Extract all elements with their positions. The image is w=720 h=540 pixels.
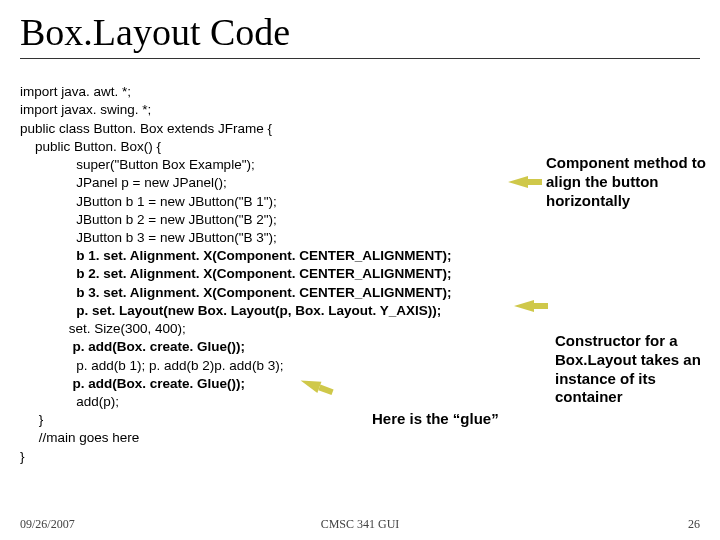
code-line: super("Button Box Example"); bbox=[20, 157, 255, 172]
code-line: p. set. Layout(new Box. Layout(p, Box. L… bbox=[20, 303, 441, 318]
code-line: p. add(Box. create. Glue()); bbox=[20, 376, 245, 391]
code-line: p. add(Box. create. Glue()); bbox=[20, 339, 245, 354]
code-line: JButton b 2 = new JButton("B 2"); bbox=[20, 212, 277, 227]
code-line: b 2. set. Alignment. X(Component. CENTER… bbox=[20, 266, 452, 281]
arrow-icon bbox=[508, 176, 528, 188]
annotation-constructor: Constructor for a Box.Layout takes an in… bbox=[555, 332, 715, 407]
code-line: public class Button. Box extends JFrame … bbox=[20, 121, 272, 136]
code-line: } bbox=[20, 449, 25, 464]
code-line: add(p); bbox=[20, 394, 119, 409]
slide-title: Box.Layout Code bbox=[20, 10, 700, 59]
code-line: set. Size(300, 400); bbox=[20, 321, 186, 336]
code-block: import java. awt. *; import javax. swing… bbox=[20, 65, 700, 484]
code-line: JButton b 3 = new JButton("B 3"); bbox=[20, 230, 277, 245]
slide-footer: 09/26/2007 CMSC 341 GUI 26 bbox=[20, 517, 700, 532]
code-line: b 1. set. Alignment. X(Component. CENTER… bbox=[20, 248, 452, 263]
code-line: JPanel p = new JPanel(); bbox=[20, 175, 227, 190]
code-line: p. add(b 1); p. add(b 2)p. add(b 3); bbox=[20, 358, 283, 373]
code-line: JButton b 1 = new JButton("B 1"); bbox=[20, 194, 277, 209]
code-line: } bbox=[20, 412, 43, 427]
code-line: //main goes here bbox=[20, 430, 139, 445]
annotation-glue: Here is the “glue” bbox=[372, 410, 552, 429]
code-line: b 3. set. Alignment. X(Component. CENTER… bbox=[20, 285, 452, 300]
annotation-component-method: Component method to align the button hor… bbox=[546, 154, 706, 210]
code-line: public Button. Box() { bbox=[20, 139, 161, 154]
arrow-icon bbox=[514, 300, 534, 312]
code-line: import javax. swing. *; bbox=[20, 102, 151, 117]
footer-course: CMSC 341 GUI bbox=[20, 517, 700, 532]
code-line: import java. awt. *; bbox=[20, 84, 131, 99]
